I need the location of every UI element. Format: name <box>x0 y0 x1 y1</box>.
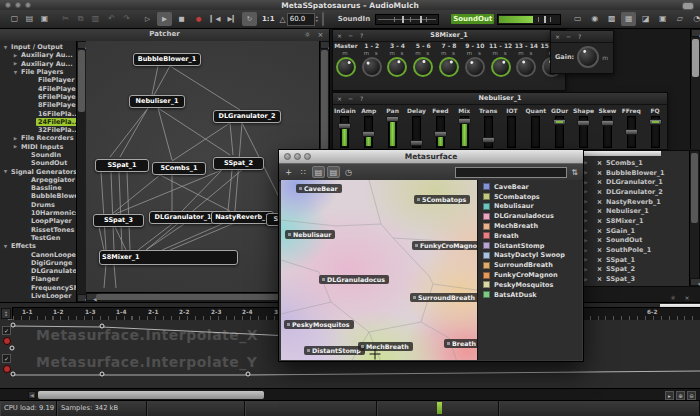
snapshot-item[interactable]: CaveBear <box>478 182 582 192</box>
network-button[interactable]: ◍ <box>325 12 327 26</box>
slider-handle[interactable] <box>544 16 546 23</box>
scroll-left-icon[interactable]: ◀ <box>28 391 36 399</box>
param-group-row[interactable]: NastyReverb_1 <box>579 197 690 207</box>
tree-expand-icon[interactable]: ▶ <box>12 136 19 141</box>
snapshot-region-label[interactable]: DistantStomp <box>304 346 365 355</box>
port[interactable] <box>242 169 248 170</box>
port[interactable] <box>104 250 110 251</box>
port[interactable] <box>200 250 206 251</box>
slider-handle[interactable] <box>458 118 471 124</box>
tree-item[interactable]: ▼ Input / Output <box>0 43 76 51</box>
snapshot-region-label[interactable]: Nebulisaur <box>285 230 335 239</box>
patch-node[interactable]: SSpat_3 <box>93 214 144 227</box>
port[interactable] <box>152 250 158 251</box>
slider-track[interactable] <box>436 116 445 148</box>
tree-item[interactable]: Flanger <box>0 275 76 283</box>
slider-track[interactable] <box>460 116 469 148</box>
mute-solo-buttons[interactable]: m s <box>410 50 436 56</box>
param-group-row[interactable]: SSpat_2 <box>579 265 690 275</box>
zoom-out-button[interactable]: ⊖ <box>687 391 696 400</box>
open-file-button[interactable]: ▤ <box>22 12 37 26</box>
play-outline-button[interactable]: ▷ <box>140 12 155 26</box>
tree-item[interactable]: RissetTones <box>0 226 76 234</box>
toggle-patcher-button[interactable]: ▭ <box>570 12 585 26</box>
port[interactable] <box>165 162 171 163</box>
list-view-button[interactable]: ▤ <box>312 166 325 178</box>
patcher-settings-button[interactable]: ☼ <box>302 30 313 40</box>
mute-solo-buttons[interactable]: m s <box>359 50 385 56</box>
port[interactable] <box>224 223 230 224</box>
tree-item[interactable]: ▶ Auxiliary Au... <box>0 51 76 59</box>
port[interactable] <box>142 107 148 108</box>
snapshot-item[interactable]: BatsAtDusk <box>478 290 582 300</box>
cut-button[interactable]: ✂ <box>58 12 73 26</box>
tree-expand-icon[interactable]: ▼ <box>2 244 9 249</box>
breakpoint[interactable] <box>100 324 105 329</box>
port[interactable] <box>124 171 130 172</box>
remove-icon[interactable] <box>593 246 606 254</box>
port[interactable] <box>218 169 224 170</box>
zoom-in-button[interactable]: ⊕ <box>676 391 685 400</box>
port[interactable] <box>136 250 142 251</box>
remove-icon[interactable] <box>593 256 606 264</box>
tree-item[interactable]: FrequencySh... <box>0 284 76 292</box>
tree-item[interactable]: 16FilePla... <box>0 109 76 117</box>
port[interactable] <box>157 174 163 175</box>
tree-item[interactable]: TestGen <box>0 234 76 242</box>
about-button[interactable]: ◔ <box>689 12 700 26</box>
patch-node[interactable]: DLGranulator_1 <box>149 211 217 224</box>
tree-item[interactable]: ▼ Signal Generators <box>0 167 76 175</box>
port[interactable] <box>104 264 110 265</box>
snapshot-item[interactable]: PeskyMosquitos <box>478 280 582 290</box>
slider-handle[interactable] <box>577 120 590 126</box>
param-group-row[interactable]: DLGranulator_2 <box>579 187 690 197</box>
tree-item[interactable]: ▶ MIDI Inputs <box>0 143 76 151</box>
port[interactable] <box>226 169 232 170</box>
toggle-clipboard-button[interactable]: ▱ <box>672 12 687 26</box>
snapshot-region-label[interactable]: 5Combatops <box>414 195 470 204</box>
slider-handle[interactable] <box>482 137 495 143</box>
slider-track[interactable] <box>412 116 421 148</box>
slider-track[interactable] <box>364 116 373 148</box>
port[interactable] <box>154 211 160 212</box>
tree-item[interactable]: Arpeggiator <box>0 176 76 184</box>
track-enable-checkbox[interactable]: ✓ <box>2 326 11 335</box>
tree-item[interactable]: DLGranulator <box>0 267 76 275</box>
params-scroll-indicator[interactable] <box>579 151 661 156</box>
toggle-snapshots-button[interactable]: ▣ <box>655 12 670 26</box>
tree-item[interactable]: Bassline <box>0 184 76 192</box>
gain-knob[interactable] <box>465 57 485 77</box>
port[interactable] <box>120 250 126 251</box>
remove-icon[interactable] <box>593 227 606 235</box>
breakpoint[interactable] <box>246 372 251 377</box>
panel-collapse-button[interactable]: ─ <box>564 32 573 41</box>
port[interactable] <box>154 223 160 224</box>
rewind-button[interactable]: ▎◀ <box>208 12 223 26</box>
tree-item[interactable]: ▶ Auxiliary Au... <box>0 60 76 68</box>
param-group-row[interactable]: SouthPole_1 <box>579 245 690 255</box>
scrollbar-thumb[interactable] <box>96 294 308 300</box>
port[interactable] <box>108 171 114 172</box>
patch-node[interactable]: BubbleBlower_1 <box>133 53 201 66</box>
redo-button[interactable]: ↷ <box>119 12 134 26</box>
speaker-button[interactable]: ◧ <box>322 12 324 26</box>
mute-solo-buttons[interactable]: m s <box>436 50 462 56</box>
port[interactable] <box>112 250 118 251</box>
save-button[interactable]: ▣ <box>37 12 52 26</box>
scrollbar-thumb[interactable] <box>78 50 85 112</box>
tree-expand-icon[interactable]: ▶ <box>12 61 19 66</box>
snapshot-region-label[interactable]: MechBreath <box>358 342 413 351</box>
toggle-properties-button[interactable]: ◪ <box>638 12 653 26</box>
port[interactable] <box>216 250 222 251</box>
port[interactable] <box>114 226 120 227</box>
remove-icon[interactable] <box>593 178 606 186</box>
port[interactable] <box>116 171 122 172</box>
port[interactable] <box>98 226 104 227</box>
dock-scrollbar[interactable]: ▲ <box>690 29 700 149</box>
record-button[interactable]: ● <box>191 12 206 26</box>
slider-handle[interactable] <box>625 129 638 135</box>
param-group-row[interactable]: DLGranulator_1 <box>579 177 690 187</box>
port[interactable] <box>106 226 112 227</box>
tree-expand-icon[interactable]: ▼ <box>12 70 19 75</box>
breakpoint[interactable] <box>11 323 16 328</box>
